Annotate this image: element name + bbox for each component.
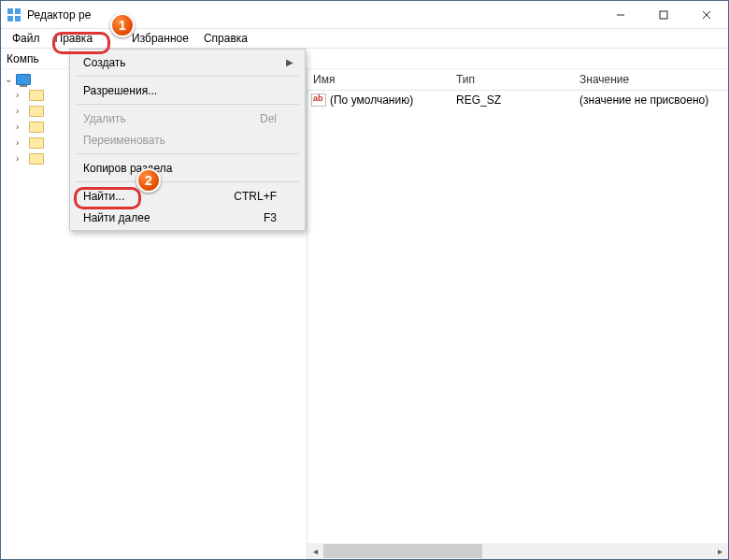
- maximize-button[interactable]: [642, 1, 685, 29]
- scroll-left-icon[interactable]: ◂: [307, 543, 323, 559]
- app-icon: [7, 7, 21, 22]
- menu-separator: [76, 153, 299, 154]
- menu-label: Копиров раздела: [83, 162, 172, 175]
- scroll-right-icon[interactable]: ▸: [712, 543, 728, 559]
- string-value-icon: [311, 93, 326, 107]
- menu-shortcut: F3: [264, 211, 277, 224]
- folder-icon: [29, 90, 44, 101]
- menu-find[interactable]: Найти... CTRL+F: [72, 185, 303, 207]
- chevron-down-icon[interactable]: ⌄: [5, 74, 16, 84]
- svg-rect-3: [15, 16, 21, 22]
- titlebar: Редактор ре: [1, 1, 728, 29]
- window-frame: Редактор ре Файл Правка Избранное Справк…: [0, 0, 729, 560]
- col-value[interactable]: Значение: [574, 73, 728, 86]
- horizontal-scrollbar[interactable]: ◂ ▸: [307, 543, 728, 559]
- menu-file[interactable]: Файл: [5, 30, 48, 47]
- chevron-right-icon: ▶: [286, 57, 293, 67]
- menu-permissions[interactable]: Разрешения...: [72, 79, 303, 101]
- menu-shortcut: Del: [260, 112, 277, 125]
- chevron-right-icon[interactable]: ›: [16, 122, 27, 132]
- list-pane: Имя Тип Значение (По умолчанию) REG_SZ (…: [307, 69, 728, 559]
- folder-icon: [29, 106, 44, 117]
- computer-icon: [16, 74, 31, 85]
- cell-name: (По умолчанию): [330, 93, 450, 107]
- menu-label: Переименовать: [83, 134, 165, 147]
- menu-find-next[interactable]: Найти далее F3: [72, 207, 303, 228]
- menubar: Файл Правка Избранное Справка: [1, 29, 728, 49]
- svg-rect-5: [660, 11, 667, 19]
- svg-rect-1: [15, 8, 21, 14]
- menu-label: Найти далее: [83, 211, 150, 224]
- menu-favorites[interactable]: Избранное: [124, 30, 196, 47]
- cell-type: REG_SZ: [450, 93, 574, 107]
- menu-create[interactable]: Создать ▶: [72, 51, 303, 73]
- menu-separator: [76, 104, 299, 105]
- menu-label: Удалить: [83, 112, 126, 125]
- menu-label: Создать: [83, 56, 126, 69]
- list-row[interactable]: (По умолчанию) REG_SZ (значение не присв…: [307, 91, 728, 108]
- svg-rect-2: [7, 16, 13, 22]
- menu-rename: Переименовать: [72, 129, 303, 151]
- col-name[interactable]: Имя: [307, 73, 450, 86]
- address-path: Компь: [7, 52, 39, 65]
- col-type[interactable]: Тип: [450, 73, 574, 86]
- chevron-right-icon[interactable]: ›: [16, 153, 27, 164]
- menu-label: Разрешения...: [83, 84, 157, 97]
- scroll-thumb[interactable]: [323, 544, 482, 558]
- menu-label: Найти...: [83, 190, 124, 203]
- folder-icon: [29, 153, 44, 165]
- window-controls: [599, 1, 728, 29]
- svg-rect-0: [7, 8, 13, 14]
- column-headers: Имя Тип Значение: [307, 69, 728, 91]
- menu-separator: [76, 76, 299, 77]
- edit-menu-dropdown: Создать ▶ Разрешения... Удалить Del Пере…: [69, 49, 306, 231]
- menu-separator: [76, 181, 299, 182]
- folder-icon: [29, 122, 44, 133]
- folder-icon: [29, 137, 44, 149]
- minimize-button[interactable]: [599, 1, 642, 29]
- menu-help[interactable]: Справка: [196, 30, 255, 47]
- menu-copy-key-name[interactable]: Копиров раздела: [72, 157, 303, 179]
- cell-value: (значение не присвоено): [574, 93, 728, 107]
- menu-edit[interactable]: Правка: [48, 30, 101, 47]
- chevron-right-icon[interactable]: ›: [16, 137, 27, 148]
- window-title: Редактор ре: [27, 8, 91, 22]
- chevron-right-icon[interactable]: ›: [16, 90, 27, 100]
- chevron-right-icon[interactable]: ›: [16, 106, 27, 116]
- menu-shortcut: CTRL+F: [234, 190, 277, 203]
- menu-delete: Удалить Del: [72, 108, 303, 129]
- close-button[interactable]: [685, 1, 728, 29]
